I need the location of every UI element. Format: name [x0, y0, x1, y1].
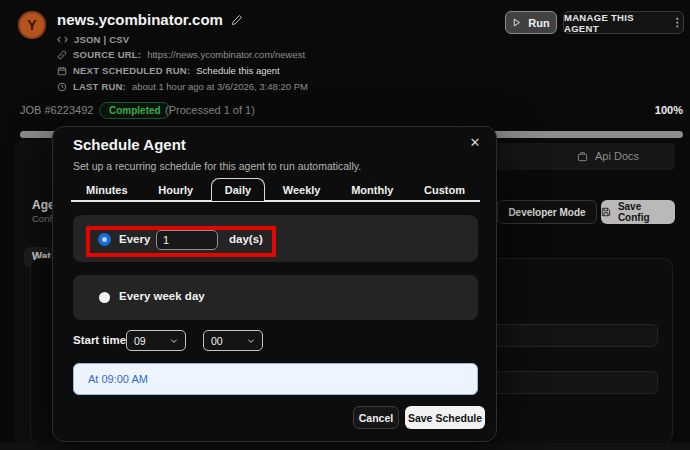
tab-weekly[interactable]: Weekly [270, 179, 334, 201]
api-docs-label-group[interactable]: Api Docs [577, 150, 639, 162]
box-icon [577, 151, 588, 162]
cancel-button-label: Cancel [359, 412, 393, 424]
hour-value: 09 [134, 335, 146, 347]
background-input-1[interactable] [470, 324, 658, 347]
source-url-row: SOURCE URL: https://news.ycombinator.com… [57, 48, 305, 61]
edit-pencil-icon[interactable] [231, 14, 243, 26]
config-subheading-clipped: Conf [32, 213, 52, 224]
schedule-agent-link[interactable]: Schedule this agent [196, 65, 279, 76]
last-run-label: LAST RUN: [73, 81, 126, 92]
calendar-icon [57, 66, 67, 76]
source-url-label: SOURCE URL: [73, 49, 141, 60]
schedule-tabs: Minutes Hourly Daily Weekly Monthly Cust… [73, 177, 478, 201]
radio-dot [102, 237, 107, 242]
modal-title: Schedule Agent [73, 136, 186, 153]
last-run-row: LAST RUN: about 1 hour ago at 3/6/2026, … [57, 80, 308, 93]
link-icon [57, 50, 67, 60]
days-suffix-label: day(s) [229, 233, 263, 245]
save-config-label: Save Config [618, 201, 675, 223]
processed-count: (Processed 1 of 1) [165, 104, 255, 116]
next-run-label: NEXT SCHEDULED RUN: [73, 65, 190, 76]
manage-agent-button[interactable]: MANAGE THIS AGENT ⋮ [563, 11, 684, 34]
formats-row: JSON | CSV [57, 33, 129, 46]
chevron-down-icon [247, 337, 255, 345]
schedule-agent-modal: Schedule Agent ✕ Set up a recurring sche… [52, 126, 497, 442]
every-weekday-label: Every week day [119, 290, 205, 302]
agent-logo-avatar: Y [18, 11, 46, 39]
developer-mode-button[interactable]: Developer Mode [497, 200, 597, 224]
play-icon [512, 18, 521, 27]
progress-percent: 100% [655, 104, 683, 116]
app-window: Y news.ycombinator.com JSON | CSV SOURCE… [0, 0, 690, 450]
every-label: Every [119, 233, 150, 245]
code-icon [57, 35, 68, 44]
chevron-down-icon [170, 337, 178, 345]
tab-hourly[interactable]: Hourly [145, 179, 206, 201]
page-title-row: news.ycombinator.com [57, 11, 243, 28]
tab-minutes[interactable]: Minutes [73, 179, 141, 201]
next-run-row: NEXT SCHEDULED RUN: Schedule this agent [57, 64, 280, 77]
source-url-value[interactable]: https://news.ycombinator.com/newest [147, 49, 305, 60]
schedule-summary-box: At 09:00 AM [73, 363, 478, 395]
tab-daily[interactable]: Daily [211, 178, 265, 201]
api-docs-label: Api Docs [595, 150, 639, 162]
background-input-2[interactable] [470, 371, 658, 394]
minute-value: 00 [211, 335, 223, 347]
save-schedule-label: Save Schedule [408, 412, 482, 424]
day-interval-input[interactable] [156, 230, 218, 250]
schedule-summary-text: At 09:00 AM [88, 373, 148, 385]
cancel-button[interactable]: Cancel [353, 406, 399, 429]
table-row-strip [0, 443, 690, 450]
manage-button-label: MANAGE THIS AGENT [564, 12, 662, 34]
every-n-days-radio[interactable] [98, 233, 111, 246]
last-run-value: about 1 hour ago at 3/6/2026, 3:48:20 PM [132, 81, 308, 92]
job-id: JOB #6223492 [20, 104, 93, 116]
tabs-underline [71, 200, 480, 202]
floppy-disk-icon [601, 207, 611, 217]
save-schedule-button[interactable]: Save Schedule [405, 406, 485, 429]
clock-icon [57, 82, 67, 92]
agent-title: news.ycombinator.com [57, 11, 223, 28]
save-config-button[interactable]: Save Config [601, 200, 675, 224]
developer-mode-label: Developer Mode [508, 207, 585, 218]
close-icon[interactable]: ✕ [466, 133, 484, 151]
formats-label[interactable]: JSON | CSV [74, 34, 129, 45]
hour-select[interactable]: 09 [126, 330, 186, 351]
tab-monthly[interactable]: Monthly [338, 179, 406, 201]
tab-custom[interactable]: Custom [411, 179, 478, 201]
run-button[interactable]: Run [505, 11, 557, 34]
status-badge: Completed [99, 102, 171, 119]
kebab-menu-icon[interactable]: ⋮ [672, 16, 683, 29]
start-time-label: Start time [73, 334, 126, 346]
run-button-label: Run [528, 17, 549, 29]
modal-subtitle: Set up a recurring schedule for this age… [73, 160, 361, 172]
every-weekday-radio[interactable] [99, 292, 110, 303]
minute-select[interactable]: 00 [203, 330, 263, 351]
